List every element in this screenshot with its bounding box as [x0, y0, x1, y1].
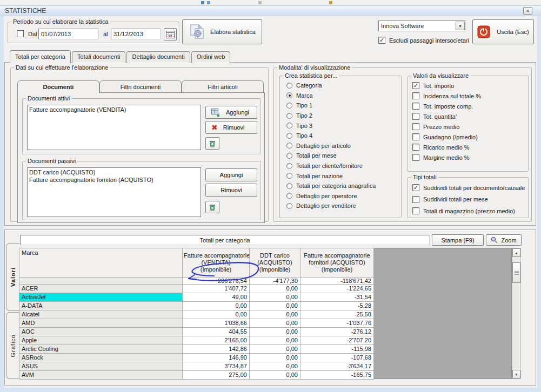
cell-value[interactable]: 0,00 [183, 310, 250, 319]
cell-value[interactable]: 0,00 [250, 336, 300, 345]
checkbox-option-suddividi-totali-per-mese[interactable]: Suddividi totali per mese [412, 194, 528, 206]
cell-value[interactable]: 146,90 [183, 354, 250, 362]
column-header-fatture-accompagnatorie-fornitori-acquisto-imponibile[interactable]: Fatture accompagnatoriefornitori (ACQUIS… [300, 248, 374, 278]
cell-marca[interactable]: ACER [19, 285, 183, 293]
zoom-button[interactable]: Zoom [486, 234, 522, 246]
cell-value[interactable]: 0,00 [250, 328, 300, 336]
cell-value[interactable]: 0,00 [250, 310, 300, 319]
radio-option-totali-per-mese[interactable]: Totali per mese [286, 151, 401, 161]
passivi-rimuovi-button[interactable]: Rimuovi [205, 184, 257, 197]
results-title-box[interactable]: Totali per categoria [20, 235, 430, 245]
cell-marca[interactable] [19, 278, 183, 285]
dal-checkbox[interactable] [17, 30, 24, 37]
checkbox-icon[interactable] [412, 207, 419, 214]
list-item[interactable]: DDT carico (ACQUISTO) [28, 168, 201, 176]
radio-icon[interactable] [286, 163, 292, 169]
cell-value[interactable]: 206'276,54 [183, 278, 250, 285]
cell-marca[interactable]: ASRock [19, 354, 183, 362]
cell-marca[interactable]: A-DATA [19, 302, 183, 310]
radio-option-tipo-4[interactable]: Tipo 4 [286, 131, 401, 141]
arrow-down-icon[interactable] [512, 370, 520, 379]
checkbox-option-ricarico-medio[interactable]: Ricarico medio % [412, 142, 528, 152]
checkbox-icon[interactable] [412, 113, 419, 120]
cell-value[interactable]: 0,00 [250, 354, 300, 362]
radio-icon[interactable] [286, 103, 292, 109]
table-row[interactable]: AMD1'038,660,00-1'037,76 [19, 319, 374, 328]
checkbox-option-suddividi-totali-per-documento-causale[interactable]: Suddividi totali per documento/causale [412, 182, 528, 194]
radio-icon[interactable] [286, 183, 292, 189]
passivi-aggiungi-button[interactable]: Aggiungi [205, 168, 257, 181]
cell-value[interactable]: -31,54 [300, 293, 374, 302]
radio-icon[interactable] [286, 133, 292, 139]
tab-dettaglio-documenti[interactable]: Dettaglio documenti [126, 51, 190, 63]
checkbox-option-margine-medio[interactable]: Margine medio % [412, 152, 528, 163]
radio-option-tipo-2[interactable]: Tipo 2 [286, 111, 401, 121]
side-tab-grafico[interactable]: Grafico [6, 312, 19, 379]
title-bar[interactable]: STATISTICHE [0, 5, 541, 16]
cell-value[interactable]: 0,00 [250, 345, 300, 354]
cell-value[interactable]: 404,55 [183, 328, 250, 336]
attivi-rimuovi-button[interactable]: Rimuovi [205, 121, 257, 134]
passivi-svuota-button[interactable] [205, 201, 219, 213]
checkbox-icon[interactable] [412, 133, 419, 140]
list-item[interactable]: Fatture accompagnatorie fornitori (ACQUI… [28, 176, 201, 184]
cell-marca[interactable]: AOC [19, 328, 183, 336]
documenti-attivi-list[interactable]: Fatture accompagnatorie (VENDITA) [27, 105, 201, 150]
cell-marca[interactable]: AMD [19, 319, 183, 328]
cell-value[interactable]: -5,28 [300, 302, 374, 310]
elabora-statistica-button[interactable]: Elabora statistica [182, 19, 262, 44]
cell-value[interactable]: 0,00 [250, 285, 300, 293]
checkbox-option-guadagno-pmedio[interactable]: Guadagno (/pmedio) [412, 132, 528, 142]
close-icon[interactable] [523, 7, 532, 15]
table-row[interactable]: A-DATA0,000,00-5,28 [19, 302, 374, 310]
radio-option-totali-per-cliente-fornitore[interactable]: Totali per cliente/fornitore [286, 161, 401, 171]
checkbox-icon[interactable] [412, 92, 419, 99]
cell-value[interactable]: 0,00 [250, 293, 300, 302]
attivi-svuota-button[interactable] [205, 137, 219, 150]
cell-value[interactable]: -118'671,42 [300, 278, 374, 285]
radio-option-dettaglio-per-articolo[interactable]: Dettaglio per articolo [286, 141, 401, 151]
tab-totali-documenti[interactable]: Totali documenti [72, 51, 126, 63]
column-header-fatture-accompagnatorie-vendita-imponibile[interactable]: Fatture accompagnatorie(VENDITA)(Imponib… [183, 248, 250, 278]
cell-value[interactable]: -1'224,65 [300, 285, 374, 293]
checkbox-option-tot-imposte-comp[interactable]: Tot. imposte comp. [412, 101, 528, 111]
table-row[interactable]: Alcatel0,000,00-25,50 [19, 310, 374, 319]
cell-marca[interactable]: ASUS [19, 362, 183, 371]
table-row[interactable]: ActiveJet49,000,00-31,54 [19, 293, 374, 302]
escludi-checkbox[interactable] [378, 37, 385, 44]
radio-icon[interactable] [286, 113, 292, 119]
cell-value[interactable]: 49,00 [183, 293, 250, 302]
radio-icon[interactable] [286, 173, 292, 179]
radio-icon[interactable] [286, 143, 292, 148]
radio-option-marca[interactable]: Marca [286, 91, 401, 101]
radio-icon[interactable] [286, 123, 292, 129]
table-row[interactable]: Apple2'165,000,00-2'707,20 [19, 336, 374, 345]
radio-option-dettaglio-per-venditore[interactable]: Dettaglio per venditore [286, 201, 401, 211]
radio-option-totali-per-nazione[interactable]: Totali per nazione [286, 171, 401, 181]
cell-value[interactable]: -165,75 [300, 371, 374, 380]
chevron-down-icon[interactable] [456, 22, 465, 30]
table-row[interactable]: AVM275,000,00-165,75 [19, 371, 374, 380]
cell-value[interactable]: 0,00 [183, 302, 250, 310]
cell-value[interactable]: 2'165,00 [183, 336, 250, 345]
cell-value[interactable]: 3'734,87 [183, 362, 250, 371]
checkbox-icon[interactable] [412, 82, 419, 89]
cell-value[interactable]: -115,98 [300, 345, 374, 354]
cell-value[interactable]: 275,00 [183, 371, 250, 380]
cell-value[interactable]: 1'407,72 [183, 285, 250, 293]
checkbox-option-tot-importo[interactable]: Tot. importo [412, 80, 528, 91]
calendar-button[interactable]: 12 [164, 28, 177, 40]
radio-icon[interactable] [286, 193, 292, 199]
column-header-marca[interactable]: Marca [19, 248, 183, 278]
cell-marca[interactable]: AVM [19, 371, 183, 380]
checkbox-icon[interactable] [412, 103, 419, 110]
radio-option-tipo-3[interactable]: Tipo 3 [286, 120, 401, 131]
cell-value[interactable]: -2'707,20 [300, 336, 374, 345]
side-tab-valori[interactable]: Valori [6, 243, 19, 311]
radio-option-tipo-1[interactable]: Tipo 1 [286, 100, 401, 111]
cell-value[interactable]: 0,00 [250, 319, 300, 328]
scrollbar-thumb[interactable] [512, 262, 520, 283]
radio-icon[interactable] [286, 153, 292, 159]
cell-value[interactable]: 0,00 [250, 302, 300, 310]
tab-documenti[interactable]: Documenti [17, 80, 99, 93]
